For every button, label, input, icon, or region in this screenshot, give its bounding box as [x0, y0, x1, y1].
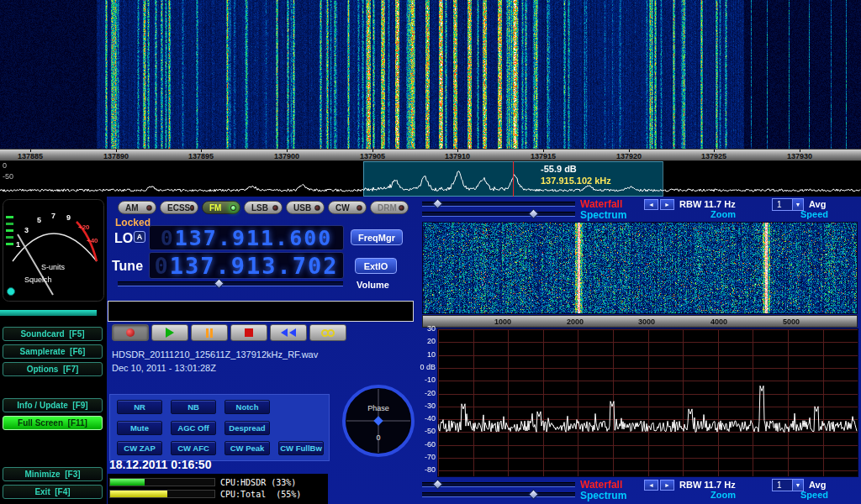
- clock: 18.12.2011 0:16:50: [109, 458, 211, 471]
- nb-button[interactable]: NB: [171, 400, 216, 414]
- waterfall-tab[interactable]: Waterfall: [580, 198, 622, 210]
- stop-button[interactable]: [230, 324, 267, 341]
- waterfall-tab[interactable]: Waterfall: [580, 479, 622, 491]
- shift-left-button[interactable]: ◄: [644, 480, 658, 491]
- zoom-label[interactable]: Zoom: [710, 209, 736, 219]
- mode-lsb[interactable]: LSB: [244, 201, 283, 214]
- smeter-tick: 3: [24, 226, 29, 234]
- cw-afc-button[interactable]: CW AFC: [171, 441, 216, 455]
- mode-label: AM: [125, 203, 139, 213]
- cw-zap-button[interactable]: CW ZAP: [117, 441, 162, 455]
- slider-thumb[interactable]: [528, 489, 539, 500]
- main-waterfall-canvas[interactable]: [0, 0, 861, 149]
- slider-thumb[interactable]: [432, 479, 443, 490]
- play-button[interactable]: [151, 324, 188, 341]
- mode-label: CW: [335, 203, 350, 213]
- freq-tick-label: 137920: [616, 152, 642, 160]
- cursor-db-readout: -55.9 dB: [541, 164, 577, 174]
- waterfall-brightness-slider[interactable]: [422, 482, 575, 487]
- mode-ecss[interactable]: ECSS: [160, 201, 198, 214]
- tune-label: Tune: [112, 259, 143, 274]
- record-button[interactable]: [112, 324, 149, 341]
- extio-button[interactable]: ExtIO: [355, 258, 397, 274]
- speed-label[interactable]: Speed: [800, 209, 828, 219]
- notch-button[interactable]: Notch: [224, 400, 270, 414]
- exit-button[interactable]: Exit [F4]: [3, 485, 103, 499]
- audio-waterfall-canvas[interactable]: [423, 223, 857, 313]
- freq-tick-label: 137890: [103, 152, 129, 160]
- main-spectrum-canvas[interactable]: [0, 161, 861, 197]
- mode-cw[interactable]: CW: [328, 201, 367, 214]
- mode-am[interactable]: AM: [118, 201, 156, 214]
- volume-slider[interactable]: [118, 281, 343, 286]
- audio-spectrum-canvas[interactable]: [438, 329, 858, 476]
- full-screen-button[interactable]: Full Screen [F11]: [3, 416, 103, 430]
- avg-select-value: 1: [773, 480, 792, 490]
- despread-button[interactable]: Despread: [224, 421, 270, 435]
- mode-led-icon: [230, 205, 236, 211]
- minimize-button[interactable]: Minimize [F3]: [3, 467, 103, 481]
- audio-tick-label: 2000: [567, 318, 584, 326]
- phase-dial[interactable]: Phase 0: [341, 383, 416, 459]
- main-frequency-scale[interactable]: 137885 137890 137895 137900 137905 13791…: [0, 149, 861, 161]
- spectrum-tab[interactable]: Spectrum: [580, 209, 626, 221]
- lo-frequency-display[interactable]: 0137.911.600: [149, 225, 344, 250]
- audio-frequency-scale[interactable]: 1000 2000 3000 4000 5000: [422, 315, 858, 328]
- mode-led-icon: [190, 205, 194, 211]
- mode-led-icon: [399, 205, 404, 211]
- db-label: 30: [427, 324, 436, 333]
- shift-right-button[interactable]: ►: [660, 199, 674, 210]
- audio-waterfall[interactable]: [422, 222, 858, 314]
- slider-thumb[interactable]: [528, 208, 539, 219]
- smeter-tick: 5: [37, 216, 41, 224]
- mute-button[interactable]: Mute: [117, 421, 162, 435]
- mode-usb[interactable]: USB: [286, 201, 325, 214]
- nr-button[interactable]: NR: [117, 400, 162, 414]
- waterfall-brightness-slider[interactable]: [422, 202, 575, 207]
- db-label: -50: [425, 427, 436, 435]
- mode-label: FM: [209, 203, 221, 213]
- audio-tick-label: 4000: [710, 318, 727, 326]
- volume-slider-thumb[interactable]: [214, 278, 224, 289]
- zoom-label[interactable]: Zoom: [710, 490, 736, 500]
- spectrum-tab[interactable]: Spectrum: [580, 490, 626, 501]
- slider-thumb[interactable]: [432, 198, 443, 209]
- waterfall-contrast-slider[interactable]: [422, 212, 575, 217]
- loop-icon: [327, 329, 335, 337]
- audio-spectrum[interactable]: [437, 328, 858, 477]
- squelch-knob[interactable]: [8, 288, 15, 296]
- freqmgr-button[interactable]: FreqMgr: [351, 229, 403, 245]
- vfo-a-badge[interactable]: A: [134, 231, 145, 243]
- tune-frequency-display[interactable]: 0137.913.702: [149, 252, 344, 279]
- pause-icon: [206, 328, 209, 338]
- samplerate-button[interactable]: Samplerate [F6]: [3, 344, 103, 359]
- mode-led-icon: [314, 205, 320, 211]
- avg-label: Avg: [809, 480, 826, 490]
- loop-button[interactable]: [309, 324, 346, 341]
- db-label: -10: [425, 375, 436, 384]
- shift-left-button[interactable]: ◄: [644, 199, 658, 210]
- playback-progress-bar[interactable]: [108, 301, 414, 322]
- soundcard-button[interactable]: Soundcard [F5]: [3, 327, 103, 341]
- pause-button[interactable]: [191, 324, 228, 341]
- shift-right-button[interactable]: ►: [660, 480, 674, 491]
- rewind-button[interactable]: [270, 324, 307, 341]
- agc-button[interactable]: AGC Off: [171, 421, 216, 435]
- avg-select[interactable]: 1 ▼: [772, 198, 804, 211]
- cw-peak-button[interactable]: CW Peak: [224, 441, 270, 455]
- main-spectrum[interactable]: 0 -50 -55.9 dB 137.915.102 kHz: [0, 161, 861, 197]
- cw-fullbw-button[interactable]: CW FullBw: [278, 441, 324, 455]
- cpu-total-text: CPU:Total (55%): [220, 490, 301, 499]
- options-button[interactable]: Options [F7]: [3, 362, 103, 376]
- main-waterfall[interactable]: [0, 0, 861, 149]
- mode-fm[interactable]: FM: [202, 201, 240, 214]
- speed-label[interactable]: Speed: [800, 490, 828, 500]
- db-label: -30: [425, 402, 436, 410]
- tune-dim-digit: 0: [154, 253, 169, 279]
- mode-drm[interactable]: DRM: [370, 201, 409, 214]
- waterfall-contrast-slider[interactable]: [422, 492, 575, 497]
- freq-tick-label: 137915: [531, 152, 556, 160]
- play-icon: [166, 328, 174, 338]
- info-update-button[interactable]: Info / Update [F9]: [3, 398, 103, 412]
- avg-select[interactable]: 1 ▼: [772, 479, 804, 491]
